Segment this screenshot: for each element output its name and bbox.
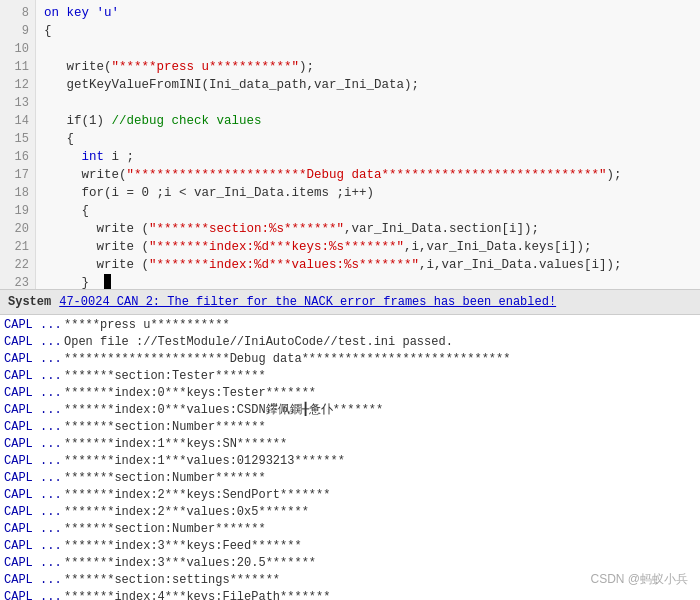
console-tag: CAPL ... [4, 470, 64, 487]
line-number: 8 [6, 4, 29, 22]
console-row: CAPL ...*******index:1***keys:SN******* [0, 436, 700, 453]
console-message: *******index:2***values:0x5******* [64, 504, 696, 521]
console-tag: CAPL ... [4, 368, 64, 385]
line-number: 22 [6, 256, 29, 274]
console-row: CAPL ...*******section:Number******* [0, 419, 700, 436]
console-tag: CAPL ... [4, 334, 64, 351]
token-plain: { [44, 24, 52, 38]
console-row: CAPL ...*******index:3***keys:Feed******… [0, 538, 700, 555]
token-plain: write( [44, 60, 112, 74]
console-row: CAPL ...*******section:Tester******* [0, 368, 700, 385]
console-row: CAPL ...*******index:2***keys:SendPort**… [0, 487, 700, 504]
console-message: *******index:1***values:01293213******* [64, 453, 696, 470]
console-row: CAPL ...*******index:0***values:CSDN鑻佩鐦╂… [0, 402, 700, 419]
console-message: *******section:Number******* [64, 470, 696, 487]
console-row: CAPL ...*******index:4***keys:FilePath**… [0, 589, 700, 600]
system-label: System [8, 292, 51, 312]
token-plain: ); [607, 168, 622, 182]
line-numbers: 891011121314151617181920212223242526 [0, 0, 36, 289]
token-kw: on key 'u' [44, 6, 119, 20]
token-kw: int [82, 150, 105, 164]
token-str: "***********************Debug data******… [127, 168, 607, 182]
console-tag: CAPL ... [4, 419, 64, 436]
watermark: CSDN @蚂蚁小兵 [590, 571, 688, 588]
code-line: { [44, 202, 692, 220]
console-row: CAPL ...***********************Debug dat… [0, 351, 700, 368]
token-plain: { [44, 204, 89, 218]
console-area: System 47-0024 CAN 2: The filter for the… [0, 290, 700, 600]
console-message: *******index:3***keys:Feed******* [64, 538, 696, 555]
line-number: 9 [6, 22, 29, 40]
code-line: write ("*******index:%d***values:%s*****… [44, 256, 692, 274]
token-plain: write ( [44, 222, 149, 236]
code-content[interactable]: on key 'u'{ write("*****press u*********… [36, 0, 700, 289]
token-plain: i ; [104, 150, 134, 164]
console-tag: CAPL ... [4, 589, 64, 600]
token-str: "*******index:%d***keys:%s*******" [149, 240, 404, 254]
console-row: CAPL ...Open file ://TestModule//IniAuto… [0, 334, 700, 351]
console-tag: CAPL ... [4, 555, 64, 572]
console-tag: CAPL ... [4, 521, 64, 538]
console-message: *****press u*********** [64, 317, 696, 334]
console-message: *******index:4***keys:FilePath******* [64, 589, 696, 600]
line-number: 19 [6, 202, 29, 220]
console-header: System 47-0024 CAN 2: The filter for the… [0, 290, 700, 315]
code-line: write("***********************Debug data… [44, 166, 692, 184]
console-row: CAPL ...*******index:2***values:0x5*****… [0, 504, 700, 521]
line-number: 20 [6, 220, 29, 238]
console-row: CAPL ...*****press u*********** [0, 317, 700, 334]
console-message: *******section:Number******* [64, 419, 696, 436]
token-str: "*******index:%d***values:%s*******" [149, 258, 419, 272]
code-line: write("*****press u***********"); [44, 58, 692, 76]
token-plain: getKeyValueFromINI(Ini_data_path,var_Ini… [44, 78, 419, 92]
console-row: CAPL ...*******index:1***values:01293213… [0, 453, 700, 470]
token-plain: if(1) [44, 114, 112, 128]
console-tag: CAPL ... [4, 402, 64, 419]
console-message: *******section:Number******* [64, 521, 696, 538]
console-tag: CAPL ... [4, 351, 64, 368]
console-message: *******index:1***keys:SN******* [64, 436, 696, 453]
system-message: 47-0024 CAN 2: The filter for the NACK e… [59, 292, 556, 312]
token-str: "*****press u***********" [112, 60, 300, 74]
console-tag: CAPL ... [4, 453, 64, 470]
token-plain: ,i,var_Ini_Data.keys[i]); [404, 240, 592, 254]
code-line: int i ; [44, 148, 692, 166]
code-line: { [44, 130, 692, 148]
line-number: 10 [6, 40, 29, 58]
code-line: on key 'u' [44, 4, 692, 22]
console-message: Open file ://TestModule//IniAutoCode//te… [64, 334, 696, 351]
token-plain: write( [44, 168, 127, 182]
line-number: 14 [6, 112, 29, 130]
line-number: 12 [6, 76, 29, 94]
code-line [44, 94, 692, 112]
line-number: 17 [6, 166, 29, 184]
console-tag: CAPL ... [4, 538, 64, 555]
line-number: 21 [6, 238, 29, 256]
code-line: if(1) //debug check values [44, 112, 692, 130]
console-lines: CAPL ...*****press u***********CAPL ...O… [0, 315, 700, 600]
token-plain: write ( [44, 258, 149, 272]
console-tag: CAPL ... [4, 572, 64, 589]
token-plain: } [44, 276, 104, 289]
console-row: CAPL ...*******index:0***keys:Tester****… [0, 385, 700, 402]
code-line: for(i = 0 ;i < var_Ini_Data.items ;i++) [44, 184, 692, 202]
console-tag: CAPL ... [4, 436, 64, 453]
console-message: *******index:2***keys:SendPort******* [64, 487, 696, 504]
console-tag: CAPL ... [4, 385, 64, 402]
console-message: *******section:Tester******* [64, 368, 696, 385]
console-message: *******index:0***values:CSDN鑻佩鐦╂惫仆******… [64, 402, 696, 419]
token-plain: ,i,var_Ini_Data.values[i]); [419, 258, 622, 272]
line-number: 16 [6, 148, 29, 166]
token-plain: ); [299, 60, 314, 74]
console-message: *******index:3***values:20.5******* [64, 555, 696, 572]
token-plain: { [44, 132, 74, 146]
console-row: CAPL ...*******index:3***values:20.5****… [0, 555, 700, 572]
console-message: ***********************Debug data*******… [64, 351, 696, 368]
console-row: CAPL ...*******section:Number******* [0, 470, 700, 487]
line-number: 15 [6, 130, 29, 148]
code-line: write ("*******index:%d***keys:%s*******… [44, 238, 692, 256]
token-plain: for(i = 0 ;i < var_Ini_Data.items ;i++) [44, 186, 374, 200]
token-cursor [104, 274, 111, 289]
code-line: write ("*******section:%s*******",var_In… [44, 220, 692, 238]
token-plain [44, 150, 82, 164]
